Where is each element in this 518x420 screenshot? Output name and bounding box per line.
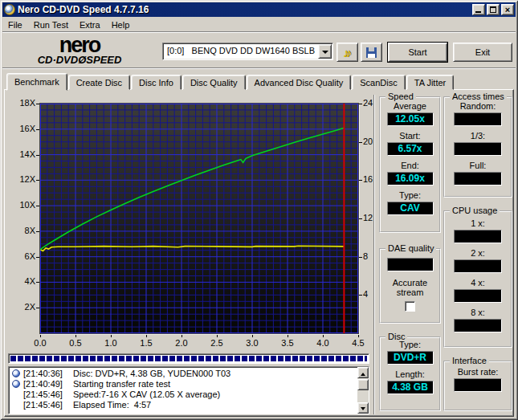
y-axis-right-tick bbox=[359, 218, 362, 219]
average-label: Average bbox=[381, 101, 439, 111]
log-scrollbar[interactable] bbox=[357, 367, 369, 414]
log-timestamp: [21:45:46] bbox=[23, 389, 73, 400]
y-axis-left-label: 8X bbox=[10, 226, 35, 235]
drive-select-value: [0:0] BENQ DVD DD DW1640 BSLB bbox=[167, 46, 315, 55]
scrollbar-thumb[interactable] bbox=[357, 379, 369, 390]
y-axis-left-tick bbox=[36, 155, 39, 156]
type-label: Type: bbox=[381, 190, 439, 200]
tab-benchmark[interactable]: Benchmark bbox=[6, 73, 67, 91]
speed-group: Speed Average 12.05x Start: 6.57x End: 1… bbox=[379, 96, 441, 233]
disc-icon bbox=[12, 369, 20, 377]
log-box: [21:40:36]Disc: DVD+R, 4.38 GB, YUDEN000… bbox=[8, 366, 369, 414]
x-axis-label: 3.5 bbox=[275, 338, 300, 348]
y-axis-left-tick bbox=[36, 257, 39, 258]
log-message: Starting transfer rate test bbox=[73, 379, 356, 389]
window-title: Nero CD-DVD Speed 4.7.7.16 bbox=[18, 4, 472, 15]
save-icon bbox=[366, 47, 377, 58]
y-axis-left-tick bbox=[36, 180, 39, 181]
disc-length-label: Length: bbox=[381, 369, 439, 379]
tab-ta-jitter[interactable]: TA Jitter bbox=[406, 75, 455, 90]
music-test-button[interactable]: ♪♪ bbox=[336, 43, 358, 62]
menu-extra[interactable]: Extra bbox=[74, 18, 106, 31]
exit-button[interactable]: Exit bbox=[453, 43, 512, 62]
log-message: Elapsed Time: 4:57 bbox=[73, 400, 356, 410]
drive-select[interactable]: [0:0] BENQ DVD DD DW1640 BSLB bbox=[162, 43, 333, 60]
x-axis-tick bbox=[146, 335, 147, 337]
disc-icon bbox=[12, 380, 20, 388]
x-axis-label: 4.0 bbox=[311, 338, 335, 348]
y-axis-right-tick bbox=[359, 142, 362, 143]
nero-logo: nero CD·DVDØSPEED bbox=[19, 35, 140, 65]
menu-run-test[interactable]: Run Test bbox=[28, 18, 74, 31]
scrollbar-up-button[interactable] bbox=[357, 367, 369, 378]
tab-disc-info[interactable]: Disc Info bbox=[131, 75, 182, 90]
y-axis-left-tick bbox=[36, 206, 39, 206]
one-third-label: 1/3: bbox=[445, 131, 511, 141]
end-value: 16.09x bbox=[387, 172, 434, 186]
x-axis-tick bbox=[40, 335, 41, 337]
scrollbar-down-button[interactable] bbox=[357, 402, 369, 414]
log-timestamp: [21:45:46] bbox=[23, 400, 73, 410]
start-label: Start: bbox=[381, 131, 439, 141]
accurate-stream-label2: stream bbox=[381, 287, 439, 297]
menu-help[interactable]: Help bbox=[106, 18, 136, 31]
interface-group: Interface Burst rate: bbox=[443, 361, 512, 411]
x-axis-label: 1.5 bbox=[134, 338, 158, 348]
one-third-value bbox=[454, 142, 502, 156]
minimize-button[interactable] bbox=[472, 4, 485, 15]
log-entry: [21:40:36]Disc: DVD+R, 4.38 GB, YUDEN000… bbox=[11, 369, 356, 379]
cpu-8x-value bbox=[454, 319, 502, 332]
y-axis-left-tick bbox=[36, 282, 39, 283]
menu-file[interactable]: File bbox=[2, 18, 28, 31]
icon-slot bbox=[11, 400, 23, 410]
chevron-down-icon bbox=[322, 51, 328, 57]
nero-logo-sub: CD·DVDØSPEED bbox=[19, 55, 140, 65]
log-timestamp: [21:40:49] bbox=[23, 379, 73, 389]
arrow-down-icon bbox=[361, 407, 365, 413]
close-button[interactable]: × bbox=[501, 4, 514, 15]
y-axis-left-label: 6X bbox=[10, 251, 35, 261]
drive-select-dropdown-button[interactable] bbox=[318, 44, 332, 59]
benchmark-chart bbox=[39, 103, 359, 334]
cpu-8x-label: 8 x: bbox=[445, 308, 511, 317]
x-axis-tick bbox=[111, 335, 112, 337]
x-axis-tick bbox=[252, 335, 253, 337]
disc-icon bbox=[11, 369, 23, 379]
maximize-button[interactable] bbox=[487, 4, 500, 15]
x-axis-tick bbox=[288, 335, 288, 337]
dae-quality-group: DAE quality Accurate stream bbox=[379, 248, 441, 324]
y-axis-left-label: 12X bbox=[10, 174, 35, 184]
burst-rate-value bbox=[454, 378, 502, 392]
progress-bar bbox=[8, 353, 369, 364]
app-icon bbox=[4, 4, 15, 15]
log-timestamp: [21:40:36] bbox=[23, 369, 73, 379]
y-axis-left-tick bbox=[36, 129, 39, 130]
save-button[interactable] bbox=[361, 43, 382, 62]
y-axis-right-tick bbox=[359, 104, 362, 104]
tab-disc-quality[interactable]: Disc Quality bbox=[182, 75, 246, 90]
x-axis-label: 4.5 bbox=[346, 338, 370, 348]
x-axis-tick bbox=[323, 335, 324, 337]
icon-slot bbox=[11, 389, 23, 400]
tab-scandisc[interactable]: ScanDisc bbox=[352, 75, 405, 90]
log-entry: [21:45:46]Elapsed Time: 4:57 bbox=[11, 400, 356, 410]
x-axis-label: 3.0 bbox=[240, 338, 264, 348]
start-button[interactable]: Start bbox=[388, 43, 447, 62]
x-axis-tick bbox=[217, 335, 218, 337]
accurate-stream-checkbox[interactable] bbox=[405, 301, 415, 312]
dae-quality-group-title: DAE quality bbox=[385, 243, 436, 253]
maximize-icon bbox=[490, 6, 496, 13]
tab-create-disc[interactable]: Create Disc bbox=[68, 75, 130, 90]
full-label: Full: bbox=[445, 161, 511, 170]
full-value bbox=[454, 172, 502, 186]
nero-logo-main: nero bbox=[19, 35, 140, 55]
minimize-icon bbox=[475, 11, 481, 13]
random-value bbox=[454, 112, 502, 126]
tab-advanced-disc-quality[interactable]: Advanced Disc Quality bbox=[247, 75, 352, 90]
title-bar[interactable]: Nero CD-DVD Speed 4.7.7.16 × bbox=[2, 2, 516, 17]
cpu-2x-label: 2 x: bbox=[445, 248, 511, 258]
y-axis-left-label: 18X bbox=[10, 98, 35, 108]
x-axis-label: 1.0 bbox=[99, 338, 123, 348]
dae-quality-value bbox=[387, 258, 434, 271]
type-value: CAV bbox=[387, 202, 434, 215]
